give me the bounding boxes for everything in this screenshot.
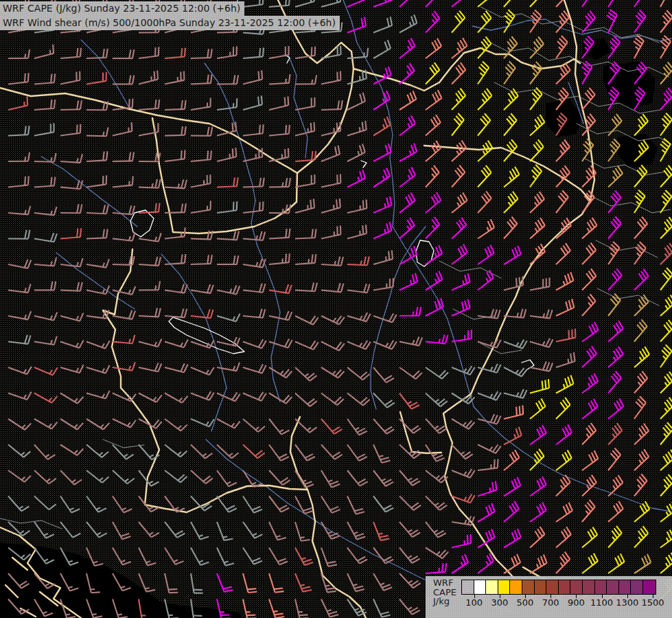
wind-barb	[86, 229, 108, 239]
wind-barb	[60, 365, 84, 373]
wind-barb	[530, 339, 553, 347]
country-border-line	[354, 48, 580, 91]
wind-barb	[660, 243, 672, 264]
wind-barb	[86, 101, 108, 110]
wind-barb	[634, 190, 645, 213]
wind-barb	[426, 165, 439, 187]
wind-barb	[504, 501, 519, 522]
wind-barb	[295, 445, 315, 461]
wind-barb	[660, 474, 672, 496]
wind-barb	[269, 496, 289, 512]
wind-barb	[478, 11, 491, 33]
admin-border-line	[596, 240, 658, 258]
wind-barb	[8, 126, 30, 135]
wind-barb	[426, 393, 448, 407]
wind-barb	[139, 100, 159, 110]
wind-barb	[139, 257, 161, 266]
river-line	[343, 0, 395, 227]
legend-tick-label: 1100	[588, 597, 616, 608]
wind-barb	[217, 573, 233, 592]
wind-barb	[347, 284, 370, 293]
wind-barb	[217, 201, 237, 213]
black-patch	[546, 100, 582, 137]
wind-barb	[321, 445, 343, 459]
wind-barb	[243, 392, 266, 401]
wind-barb	[139, 496, 159, 512]
wind-barb	[478, 481, 497, 496]
wind-barb	[399, 336, 422, 345]
wind-barb	[295, 316, 318, 325]
wind-barb	[165, 254, 185, 264]
wind-barb	[86, 175, 106, 187]
wind-barb	[113, 362, 135, 370]
wind-barb	[582, 553, 598, 573]
wind-barb	[556, 243, 570, 264]
wind-barb	[608, 553, 625, 573]
wind-barb	[243, 548, 262, 564]
wind-barb	[373, 496, 393, 512]
wind-barb	[504, 340, 527, 349]
wind-barb	[113, 122, 132, 135]
wind-barb	[347, 170, 365, 187]
wind-barb	[426, 141, 441, 161]
wind-barb	[452, 244, 467, 264]
wind-barb	[191, 419, 214, 426]
wind-barb	[608, 526, 622, 548]
wind-barb	[478, 219, 494, 238]
wind-barb	[139, 71, 158, 84]
wind-barb	[556, 503, 572, 522]
wind-barb	[582, 374, 598, 393]
wind-barb	[8, 392, 32, 400]
wind-barb	[452, 165, 465, 187]
wind-barb	[399, 38, 415, 59]
wind-barb	[634, 449, 649, 470]
wind-barb	[399, 573, 421, 588]
wind-barb	[60, 340, 84, 347]
map-title-line1: WRF CAPE (J/kg) Sunday 23-11-2025 12:00 …	[0, 1, 244, 16]
wind-barb	[321, 367, 344, 378]
wind-barb	[86, 365, 110, 374]
wind-barb	[373, 16, 392, 32]
legend-tick-label: 500	[511, 597, 539, 608]
wind-barb	[321, 122, 340, 136]
wind-barb	[217, 47, 237, 59]
wind-barb	[504, 167, 519, 187]
wind-barb	[139, 548, 156, 566]
legend-tick-label: 300	[486, 597, 513, 608]
black-patch	[618, 134, 658, 168]
wind-barb	[347, 312, 371, 321]
wind-barb	[504, 10, 515, 32]
wind-barb	[60, 419, 83, 430]
wind-barb	[243, 599, 256, 618]
wind-barb	[60, 228, 81, 238]
wind-barb	[269, 573, 284, 593]
wind-barb	[165, 284, 187, 293]
wind-barb	[217, 75, 238, 84]
wind-barb	[217, 496, 237, 512]
wind-barb	[556, 527, 571, 547]
wind-barb	[607, 10, 617, 33]
wind-barb	[269, 125, 290, 136]
wind-barb	[321, 198, 340, 213]
wind-barb	[373, 196, 392, 213]
wind-barb	[347, 341, 371, 350]
wind-barb	[608, 166, 623, 187]
wind-barb	[452, 273, 470, 290]
wind-barb	[660, 268, 672, 290]
wind-barb	[165, 445, 187, 457]
wind-barb	[113, 232, 135, 240]
wind-barb	[660, 422, 672, 444]
wind-barb	[478, 503, 495, 522]
legend-color-cell	[474, 580, 487, 594]
wind-barb	[556, 299, 574, 316]
wind-barb	[530, 379, 549, 393]
wind-barb	[556, 329, 575, 342]
wind-barb	[426, 563, 446, 573]
wind-barb	[399, 0, 415, 7]
wind-barb	[478, 445, 501, 454]
wind-barb	[86, 496, 106, 512]
wind-barb	[608, 242, 620, 264]
wind-barb	[113, 152, 134, 162]
wind-barb	[34, 73, 55, 84]
wind-barb	[347, 419, 367, 435]
